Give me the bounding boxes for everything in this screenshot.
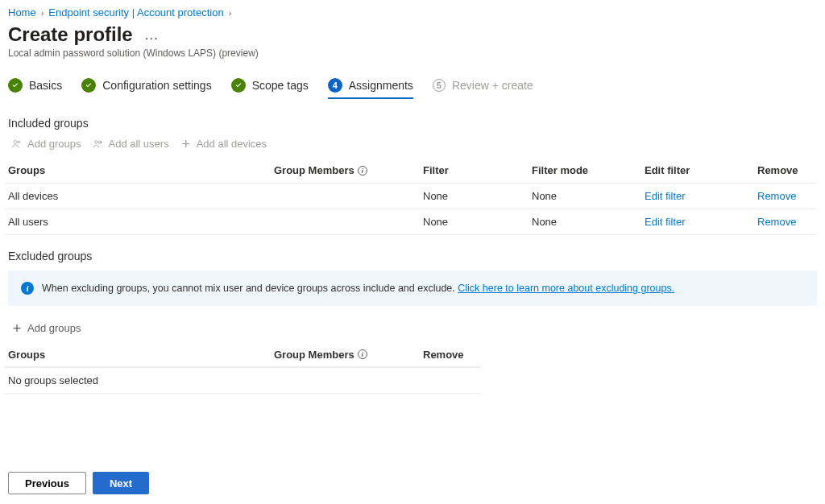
breadcrumb: Home › Endpoint security | Account prote… xyxy=(8,6,817,19)
checkmark-icon xyxy=(81,78,96,93)
add-groups-label: Add groups xyxy=(27,322,81,334)
col-groups: Groups xyxy=(5,349,271,361)
info-icon: i xyxy=(21,282,34,295)
included-groups-heading: Included groups xyxy=(8,117,817,130)
filter-mode-value: None xyxy=(529,216,641,228)
filter-mode-value: None xyxy=(529,190,641,202)
info-banner: i When excluding groups, you cannot mix … xyxy=(8,271,817,306)
step-number-icon: 4 xyxy=(328,78,342,93)
step-number-icon: 5 xyxy=(433,79,446,92)
empty-message: No groups selected xyxy=(5,374,271,386)
table-row: All devices None None Edit filter Remove xyxy=(5,184,817,209)
add-person-icon xyxy=(11,138,23,150)
previous-button[interactable]: Previous xyxy=(8,472,86,494)
svg-point-1 xyxy=(94,140,97,143)
info-link[interactable]: Click here to learn more about excluding… xyxy=(458,283,674,294)
edit-filter-link[interactable]: Edit filter xyxy=(641,216,754,228)
excluded-commands: + Add groups xyxy=(8,322,817,334)
remove-link[interactable]: Remove xyxy=(754,216,817,228)
excluded-groups-heading: Excluded groups xyxy=(8,250,817,262)
add-groups-button[interactable]: Add groups xyxy=(11,138,81,150)
step-scope-tags[interactable]: Scope tags xyxy=(231,78,309,99)
next-button[interactable]: Next xyxy=(93,472,149,494)
included-groups-table: Groups Group Members i Filter Filter mod… xyxy=(5,158,817,235)
step-label: Assignments xyxy=(349,79,413,92)
svg-point-0 xyxy=(14,140,17,143)
plus-icon: + xyxy=(11,323,23,334)
filter-value: None xyxy=(420,216,529,228)
info-icon[interactable]: i xyxy=(358,166,367,176)
col-groups: Groups xyxy=(5,164,271,176)
remove-link[interactable]: Remove xyxy=(754,190,817,202)
col-group-members: Group Members i xyxy=(271,349,420,361)
add-all-devices-button[interactable]: + Add all devices xyxy=(180,138,267,150)
col-filter: Filter xyxy=(420,164,529,176)
breadcrumb-endpoint-security[interactable]: Endpoint security | Account protection xyxy=(48,6,223,19)
plus-icon: + xyxy=(180,138,192,150)
add-all-devices-label: Add all devices xyxy=(197,138,267,150)
add-all-users-label: Add all users xyxy=(109,138,169,150)
group-name: All devices xyxy=(5,190,271,202)
page-title: Create profile xyxy=(8,23,133,46)
step-label: Configuration settings xyxy=(102,79,211,92)
filter-value: None xyxy=(420,190,529,202)
table-row-empty: No groups selected xyxy=(5,368,480,394)
edit-filter-link[interactable]: Edit filter xyxy=(641,190,754,202)
col-remove: Remove xyxy=(754,164,817,176)
col-filter-mode: Filter mode xyxy=(529,164,641,176)
excluded-groups-table: Groups Group Members i Remove No groups … xyxy=(5,342,480,394)
step-assignments[interactable]: 4 Assignments xyxy=(328,78,413,99)
chevron-right-icon: › xyxy=(41,8,44,18)
included-commands: Add groups Add all users + Add all devic… xyxy=(8,138,817,150)
add-groups-button[interactable]: + Add groups xyxy=(11,322,81,334)
chevron-right-icon: › xyxy=(229,8,232,18)
more-actions-button[interactable]: … xyxy=(144,27,159,42)
checkmark-icon xyxy=(8,78,23,93)
step-basics[interactable]: Basics xyxy=(8,78,62,99)
col-edit-filter: Edit filter xyxy=(641,164,754,176)
breadcrumb-home[interactable]: Home xyxy=(8,6,36,19)
wizard-steps: Basics Configuration settings Scope tags… xyxy=(8,78,817,99)
checkmark-icon xyxy=(231,78,246,93)
footer: Previous Next xyxy=(8,472,149,494)
col-group-members: Group Members i xyxy=(271,164,420,176)
step-label: Scope tags xyxy=(252,79,309,92)
info-text: When excluding groups, you cannot mix us… xyxy=(42,283,674,294)
info-icon[interactable]: i xyxy=(358,349,367,359)
group-name: All users xyxy=(5,216,271,228)
step-review-create: 5 Review + create xyxy=(433,79,533,98)
step-label: Review + create xyxy=(452,79,533,92)
add-groups-label: Add groups xyxy=(27,138,81,150)
table-row: All users None None Edit filter Remove xyxy=(5,209,817,235)
add-people-icon xyxy=(93,138,104,150)
col-remove: Remove xyxy=(420,349,480,361)
step-configuration-settings[interactable]: Configuration settings xyxy=(81,78,211,99)
step-label: Basics xyxy=(29,79,62,92)
add-all-users-button[interactable]: Add all users xyxy=(93,138,169,150)
page-subtitle: Local admin password solution (Windows L… xyxy=(8,48,817,59)
